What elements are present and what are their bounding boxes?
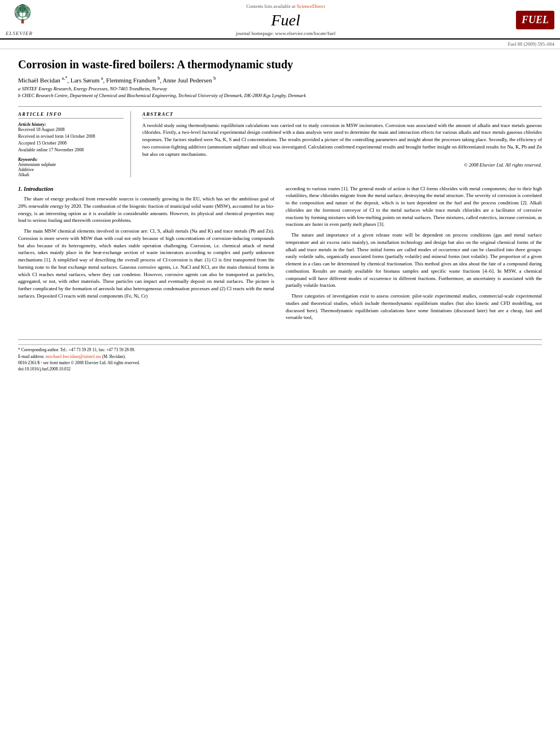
sciencedirect-link[interactable]: ScienceDirect bbox=[296, 3, 325, 9]
svg-point-8 bbox=[15, 12, 20, 18]
article-title: Corrosion in waste-fired boilers: A ther… bbox=[18, 58, 542, 71]
issn-line: 0016-2361/$ - see front matter © 2008 El… bbox=[18, 360, 542, 365]
received-revised-date: Received in revised form 14 October 2008 bbox=[18, 134, 124, 139]
keyword-2: Additive bbox=[18, 167, 124, 172]
accepted-date: Accepted 15 October 2008 bbox=[18, 141, 124, 146]
body-content: 1. Introduction The share of energy prod… bbox=[18, 185, 542, 325]
article-info-header: ARTICLE INFO bbox=[18, 111, 124, 119]
author-sup-a: a,* bbox=[62, 76, 68, 81]
intro-para-2: The main MSW chemical elements involved … bbox=[18, 228, 274, 300]
author-sup-b2: b bbox=[213, 76, 216, 81]
abstract-text: A twofold study using thermodynamic equi… bbox=[142, 122, 542, 158]
footnote-star-line: * Corresponding author. Tel.: +47 73 59 … bbox=[18, 347, 542, 352]
body-right-para-2: The nature and importance of a given rel… bbox=[286, 231, 542, 289]
keyword-1: Ammonium sulphate bbox=[18, 162, 124, 167]
copyright-notice: © 2008 Elsevier Ltd. All rights reserved… bbox=[142, 162, 542, 168]
affiliation-a: a SINTEF Energy Research, Energy Process… bbox=[18, 86, 542, 91]
svg-point-7 bbox=[19, 4, 26, 12]
article-info-column: ARTICLE INFO Article history: Received 1… bbox=[18, 111, 131, 177]
doi-line: doi:10.1016/j.fuel.2008.10.032 bbox=[18, 366, 542, 372]
article-info-abstract-section: ARTICLE INFO Article history: Received 1… bbox=[18, 106, 542, 177]
authors-line: Michaël Becidan a,*, Lars Sørum a, Flemm… bbox=[18, 76, 542, 84]
page-header: ELSEVIER Contents lists available at Sci… bbox=[0, 0, 560, 40]
author-sup-b: b bbox=[158, 76, 160, 81]
intro-section-title: 1. Introduction bbox=[18, 185, 274, 194]
keyword-3: Alkali bbox=[18, 172, 124, 177]
elsevier-label: ELSEVIER bbox=[6, 30, 33, 36]
body-col-right: according to various routes [1]. The gen… bbox=[286, 185, 542, 325]
svg-point-9 bbox=[25, 12, 30, 18]
page-footer: * Corresponding author. Tel.: +47 73 59 … bbox=[18, 339, 542, 372]
affiliation-b: b CHEC Research Centre, Department of Ch… bbox=[18, 93, 542, 98]
journal-info-center: Contents lists available at ScienceDirec… bbox=[68, 3, 504, 36]
author-sup-a2: a bbox=[101, 76, 103, 81]
fuel-logo-area: FUEL bbox=[504, 11, 554, 29]
available-date: Available online 17 November 2008 bbox=[18, 147, 124, 152]
email-suffix: (M. Becidan). bbox=[102, 354, 126, 359]
elsevier-tree-icon bbox=[6, 4, 40, 29]
intro-para-1: The share of energy produced from renewa… bbox=[18, 195, 274, 224]
journal-homepage: journal homepage: www.elsevier.com/locat… bbox=[68, 30, 504, 36]
body-col-left: 1. Introduction The share of energy prod… bbox=[18, 185, 274, 325]
footnote-email-line: E-mail address: michael.becidan@sintef.n… bbox=[18, 353, 542, 359]
svg-rect-4 bbox=[21, 19, 24, 24]
body-right-para-3: Three categories of investigation exist … bbox=[286, 292, 542, 321]
abstract-header: ABSTRACT bbox=[142, 111, 542, 119]
email-address[interactable]: michael.becidan@sintef.no bbox=[46, 353, 101, 359]
elsevier-logo-area: ELSEVIER bbox=[6, 4, 68, 36]
footer-divider bbox=[18, 344, 542, 345]
journal-reference-bar: Fuel 88 (2009) 595–604 bbox=[0, 40, 560, 49]
abstract-column: ABSTRACT A twofold study using thermodyn… bbox=[142, 111, 542, 177]
fuel-logo: FUEL bbox=[516, 11, 554, 29]
body-right-para-1: according to various routes [1]. The gen… bbox=[286, 185, 542, 229]
email-label: E-mail address: bbox=[18, 354, 45, 359]
keywords-label: Keywords: bbox=[18, 157, 124, 162]
history-label: Article history: bbox=[18, 122, 124, 127]
received-date: Received 18 August 2008 bbox=[18, 127, 124, 132]
journal-ref-text: Fuel 88 (2009) 595–604 bbox=[508, 41, 554, 47]
main-content: Corrosion in waste-fired boilers: A ther… bbox=[0, 49, 560, 334]
journal-title: Fuel bbox=[68, 11, 504, 29]
contents-line: Contents lists available at ScienceDirec… bbox=[68, 3, 504, 9]
